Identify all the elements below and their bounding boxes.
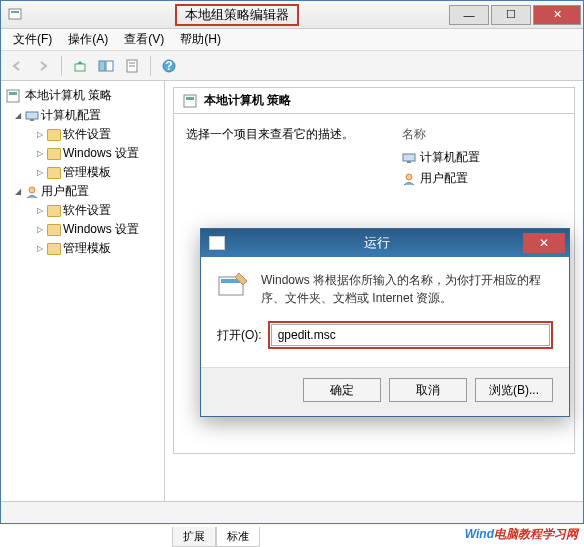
run-title: 运行: [231, 234, 523, 252]
show-hide-tree-button[interactable]: [94, 54, 118, 78]
svg-point-14: [29, 187, 35, 193]
window-controls: — ☐ ✕: [447, 5, 581, 25]
open-label: 打开(O):: [217, 327, 262, 344]
folder-icon: [47, 205, 61, 217]
svg-rect-1: [11, 11, 19, 13]
tree-windows-settings[interactable]: ▷Windows 设置: [3, 144, 162, 163]
svg-rect-2: [75, 64, 85, 71]
tree-label: 计算机配置: [41, 107, 101, 124]
tree-root-label: 本地计算机 策略: [25, 87, 112, 104]
tree-label: 软件设置: [63, 202, 111, 219]
list-item-computer-config[interactable]: 计算机配置: [402, 147, 562, 168]
menu-action[interactable]: 操作(A): [60, 29, 116, 50]
run-input[interactable]: [271, 324, 550, 346]
tree-label: Windows 设置: [63, 145, 139, 162]
svg-rect-3: [99, 61, 105, 71]
properties-button[interactable]: [120, 54, 144, 78]
tree-user-config[interactable]: ◢ 用户配置: [3, 182, 162, 201]
content-tabs: 扩展 标准: [172, 527, 260, 547]
run-app-icon: [209, 236, 225, 250]
tab-standard[interactable]: 标准: [216, 527, 260, 547]
tree-admin-templates-2[interactable]: ▷管理模板: [3, 239, 162, 258]
close-button[interactable]: ✕: [533, 5, 581, 25]
tree-computer-config[interactable]: ◢ 计算机配置: [3, 106, 162, 125]
svg-rect-17: [403, 154, 415, 161]
run-titlebar[interactable]: 运行 ✕: [201, 229, 569, 257]
forward-button[interactable]: [31, 54, 55, 78]
computer-config-icon: [25, 109, 39, 123]
svg-point-19: [406, 174, 412, 180]
tree-software-settings-2[interactable]: ▷软件设置: [3, 201, 162, 220]
svg-rect-4: [106, 61, 113, 71]
toolbar: ?: [1, 51, 583, 81]
tree-label: 用户配置: [41, 183, 89, 200]
ok-button[interactable]: 确定: [303, 378, 381, 402]
expand-icon[interactable]: ▷: [35, 244, 45, 254]
folder-icon: [47, 224, 61, 236]
content-title: 本地计算机 策略: [204, 92, 291, 109]
tree-windows-settings-2[interactable]: ▷Windows 设置: [3, 220, 162, 239]
menu-file[interactable]: 文件(F): [5, 29, 60, 50]
expand-icon[interactable]: ▷: [35, 225, 45, 235]
svg-text:?: ?: [165, 59, 172, 73]
tree-software-settings[interactable]: ▷软件设置: [3, 125, 162, 144]
svg-rect-16: [186, 97, 194, 100]
policy-icon: [5, 88, 21, 104]
user-config-icon: [402, 172, 416, 186]
user-config-icon: [25, 185, 39, 199]
minimize-button[interactable]: —: [449, 5, 489, 25]
menu-view[interactable]: 查看(V): [116, 29, 172, 50]
tree-label: 软件设置: [63, 126, 111, 143]
svg-rect-11: [9, 92, 17, 95]
tree-root[interactable]: 本地计算机 策略: [3, 85, 162, 106]
maximize-button[interactable]: ☐: [491, 5, 531, 25]
tree-label: Windows 设置: [63, 221, 139, 238]
watermark-part1: Wind: [465, 527, 494, 541]
app-icon: [7, 7, 23, 23]
tree-pane[interactable]: 本地计算机 策略 ◢ 计算机配置 ▷软件设置 ▷Windows 设置 ▷管理模板…: [1, 81, 165, 501]
expand-icon[interactable]: ▷: [35, 130, 45, 140]
svg-rect-13: [30, 119, 34, 121]
svg-rect-12: [26, 112, 38, 119]
folder-icon: [47, 167, 61, 179]
list-item-user-config[interactable]: 用户配置: [402, 168, 562, 189]
tree-label: 管理模板: [63, 240, 111, 257]
description-text: 选择一个项目来查看它的描述。: [186, 126, 402, 143]
expand-icon[interactable]: ▷: [35, 149, 45, 159]
tab-extended[interactable]: 扩展: [172, 527, 216, 547]
menu-help[interactable]: 帮助(H): [172, 29, 229, 50]
policy-icon: [182, 93, 198, 109]
back-button[interactable]: [5, 54, 29, 78]
list-item-label: 计算机配置: [420, 149, 480, 166]
tree-label: 管理模板: [63, 164, 111, 181]
name-column-header[interactable]: 名称: [402, 126, 562, 147]
input-highlight: [268, 321, 553, 349]
svg-rect-18: [407, 161, 411, 163]
folder-icon: [47, 129, 61, 141]
expand-icon[interactable]: ▷: [35, 206, 45, 216]
content-header: 本地计算机 策略: [173, 87, 575, 114]
titlebar: 本地组策略编辑器 — ☐ ✕: [1, 1, 583, 29]
svg-rect-0: [9, 9, 21, 19]
statusbar: [1, 501, 583, 523]
run-description: Windows 将根据你所输入的名称，为你打开相应的程序、文件夹、文档或 Int…: [261, 271, 553, 307]
browse-button[interactable]: 浏览(B)...: [475, 378, 553, 402]
collapse-icon[interactable]: ◢: [13, 111, 23, 121]
run-dialog: 运行 ✕ Windows 将根据你所输入的名称，为你打开相应的程序、文件夹、文档…: [200, 228, 570, 417]
menubar: 文件(F) 操作(A) 查看(V) 帮助(H): [1, 29, 583, 51]
folder-icon: [47, 148, 61, 160]
expand-icon[interactable]: ▷: [35, 168, 45, 178]
window-title: 本地组策略编辑器: [175, 4, 299, 26]
run-close-button[interactable]: ✕: [523, 233, 565, 253]
watermark-part2: 电脑教程学习网: [494, 527, 578, 541]
folder-icon: [47, 243, 61, 255]
help-button[interactable]: ?: [157, 54, 181, 78]
svg-rect-15: [184, 95, 196, 107]
cancel-button[interactable]: 取消: [389, 378, 467, 402]
list-item-label: 用户配置: [420, 170, 468, 187]
up-button[interactable]: [68, 54, 92, 78]
run-icon: [217, 271, 251, 301]
watermark: Wind电脑教程学习网: [465, 524, 578, 543]
collapse-icon[interactable]: ◢: [13, 187, 23, 197]
tree-admin-templates[interactable]: ▷管理模板: [3, 163, 162, 182]
